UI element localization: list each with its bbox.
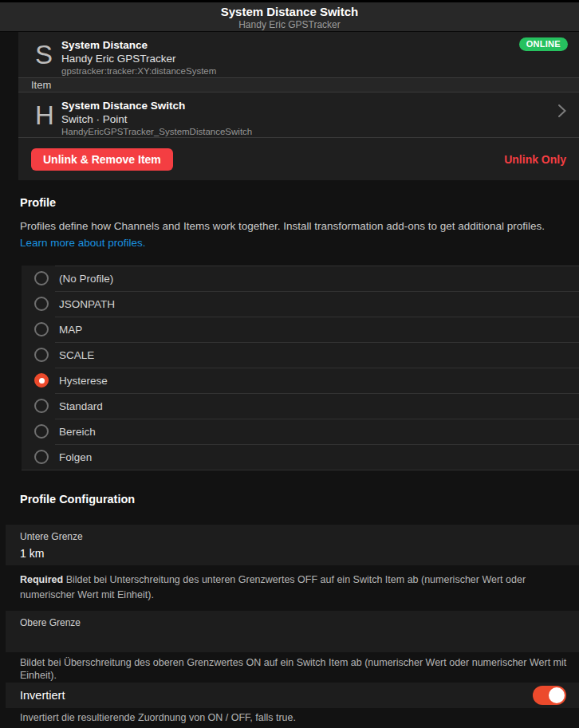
- channel-row[interactable]: S System Distance Handy Eric GPSTracker …: [18, 32, 579, 78]
- radio-icon: [34, 399, 49, 413]
- channel-initial-avatar: S: [30, 36, 61, 74]
- profile-learn-more-link[interactable]: Learn more about profiles.: [20, 237, 146, 249]
- radio-checked-icon: [34, 373, 49, 388]
- profile-option-hysterese[interactable]: Hysterese: [22, 368, 579, 393]
- inverted-toggle[interactable]: [533, 686, 566, 705]
- inverted-help: Invertiert die resultierende Zuordnung v…: [0, 708, 579, 725]
- upper-bound-help: Bildet bei Überschreitung des oberen Gre…: [0, 652, 579, 683]
- radio-icon: [34, 424, 49, 439]
- lower-bound-help: Required Bildet bei Unterschreitung des …: [0, 565, 579, 611]
- item-type: Switch · Point: [61, 112, 252, 126]
- profile-option-map[interactable]: MAP: [22, 317, 579, 342]
- chevron-right-icon: [557, 104, 566, 121]
- link-actions-row: Unlink & Remove Item Unlink Only: [18, 137, 579, 180]
- inverted-label: Invertiert: [20, 689, 65, 702]
- channel-subtitle: Handy Eric GPSTracker: [61, 52, 216, 65]
- profile-option-jsonpath[interactable]: JSONPATH: [22, 291, 579, 317]
- profile-description: Profiles define how Channels and Items w…: [20, 218, 546, 251]
- lower-bound-label: Untere Grenze: [20, 531, 565, 543]
- item-section-label: Item: [18, 78, 579, 92]
- item-row[interactable]: H System Distance Switch Switch · Point …: [18, 92, 579, 137]
- item-name: HandyEricGPSTracker_SystemDistanceSwitch: [61, 126, 252, 137]
- inverted-row: Invertiert: [6, 683, 579, 708]
- status-badge: ONLINE: [519, 37, 568, 51]
- profile-option-standard[interactable]: Standard: [22, 393, 579, 419]
- page-title: System Distance Switch: [0, 5, 579, 19]
- radio-icon: [34, 450, 49, 464]
- upper-bound-input[interactable]: [20, 632, 565, 647]
- profile-option-bereich[interactable]: Bereich: [22, 419, 579, 444]
- radio-icon: [34, 271, 49, 285]
- profile-option-no-profile[interactable]: (No Profile): [22, 266, 579, 291]
- radio-icon: [34, 297, 49, 311]
- channel-uid: gpstracker:tracker:XY:distanceSystem: [61, 65, 216, 77]
- radio-icon: [34, 348, 49, 362]
- unlink-remove-button[interactable]: Unlink & Remove Item: [31, 148, 173, 171]
- profile-options-list: (No Profile) JSONPATH MAP SCALE Hysteres…: [22, 266, 579, 470]
- profile-option-scale[interactable]: SCALE: [22, 342, 579, 368]
- upper-bound-label: Obere Grenze: [20, 617, 565, 629]
- item-title: System Distance Switch: [61, 99, 252, 112]
- channel-title: System Distance: [61, 38, 216, 52]
- page-subtitle: Handy Eric GPSTracker: [0, 19, 579, 30]
- upper-bound-field[interactable]: Obere Grenze: [6, 611, 579, 652]
- item-initial-avatar: H: [30, 96, 61, 135]
- profile-heading: Profile: [20, 195, 559, 211]
- lower-bound-input[interactable]: 1 km: [20, 546, 565, 561]
- channel-item-card: S System Distance Handy Eric GPSTracker …: [18, 32, 579, 180]
- radio-icon: [34, 322, 49, 336]
- toggle-knob: [549, 687, 565, 703]
- lower-bound-field[interactable]: Untere Grenze 1 km: [6, 525, 579, 565]
- profile-config-heading: Profile Configuration: [20, 491, 559, 507]
- required-flag: Required: [20, 574, 63, 585]
- profile-description-text: Profiles define how Channels and Items w…: [20, 220, 545, 232]
- navbar: System Distance Switch Handy Eric GPSTra…: [0, 0, 579, 32]
- profile-option-folgen[interactable]: Folgen: [22, 444, 579, 470]
- unlink-only-button[interactable]: Unlink Only: [504, 153, 566, 166]
